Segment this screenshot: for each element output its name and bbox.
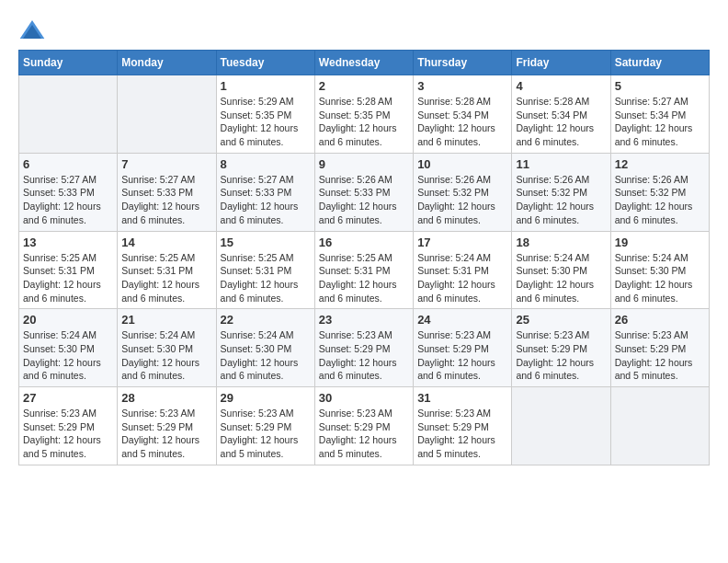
day-number: 6: [23, 157, 113, 171]
calendar-cell: 6Sunrise: 5:27 AM Sunset: 5:33 PM Daylig…: [19, 153, 118, 231]
calendar-cell: 18Sunrise: 5:24 AM Sunset: 5:30 PM Dayli…: [512, 231, 610, 309]
calendar-cell: 20Sunrise: 5:24 AM Sunset: 5:30 PM Dayli…: [19, 309, 118, 387]
day-number: 13: [23, 236, 113, 249]
calendar-cell: [118, 75, 216, 154]
day-info: Sunrise: 5:24 AM Sunset: 5:30 PM Dayligh…: [516, 251, 606, 305]
calendar-cell: 31Sunrise: 5:23 AM Sunset: 5:29 PM Dayli…: [414, 387, 512, 465]
day-number: 15: [221, 236, 311, 249]
calendar-cell: [610, 387, 709, 465]
weekday-header: Monday: [118, 51, 216, 75]
calendar-cell: 3Sunrise: 5:28 AM Sunset: 5:34 PM Daylig…: [414, 75, 512, 154]
day-number: 1: [221, 79, 311, 93]
day-info: Sunrise: 5:23 AM Sunset: 5:29 PM Dayligh…: [319, 407, 409, 461]
calendar-cell: 26Sunrise: 5:23 AM Sunset: 5:29 PM Dayli…: [610, 309, 709, 387]
day-number: 23: [319, 313, 409, 327]
day-number: 20: [23, 313, 113, 327]
calendar-cell: 23Sunrise: 5:23 AM Sunset: 5:29 PM Dayli…: [314, 309, 413, 387]
calendar-cell: 1Sunrise: 5:29 AM Sunset: 5:35 PM Daylig…: [216, 75, 314, 154]
calendar-cell: 5Sunrise: 5:27 AM Sunset: 5:34 PM Daylig…: [610, 75, 709, 154]
calendar-cell: [19, 75, 118, 154]
day-number: 17: [417, 236, 507, 249]
day-info: Sunrise: 5:25 AM Sunset: 5:31 PM Dayligh…: [319, 251, 409, 305]
day-number: 11: [516, 157, 606, 171]
calendar-cell: 22Sunrise: 5:24 AM Sunset: 5:30 PM Dayli…: [216, 309, 314, 387]
day-number: 12: [615, 157, 705, 171]
calendar-cell: 14Sunrise: 5:25 AM Sunset: 5:31 PM Dayli…: [118, 231, 216, 309]
day-info: Sunrise: 5:25 AM Sunset: 5:31 PM Dayligh…: [121, 251, 211, 305]
day-info: Sunrise: 5:26 AM Sunset: 5:32 PM Dayligh…: [516, 173, 606, 227]
day-number: 19: [615, 236, 705, 249]
weekday-header: Wednesday: [314, 51, 413, 75]
calendar-cell: 28Sunrise: 5:23 AM Sunset: 5:29 PM Dayli…: [118, 387, 216, 465]
page-header: [18, 18, 710, 40]
calendar-cell: 25Sunrise: 5:23 AM Sunset: 5:29 PM Dayli…: [512, 309, 610, 387]
day-info: Sunrise: 5:23 AM Sunset: 5:29 PM Dayligh…: [615, 328, 705, 383]
day-info: Sunrise: 5:27 AM Sunset: 5:33 PM Dayligh…: [121, 173, 211, 227]
calendar-cell: 17Sunrise: 5:24 AM Sunset: 5:31 PM Dayli…: [414, 231, 512, 309]
day-info: Sunrise: 5:23 AM Sunset: 5:29 PM Dayligh…: [417, 328, 507, 383]
day-number: 8: [221, 157, 311, 171]
day-info: Sunrise: 5:25 AM Sunset: 5:31 PM Dayligh…: [23, 251, 113, 305]
calendar-week-row: 20Sunrise: 5:24 AM Sunset: 5:30 PM Dayli…: [19, 309, 710, 387]
day-info: Sunrise: 5:24 AM Sunset: 5:30 PM Dayligh…: [121, 328, 211, 383]
day-number: 18: [516, 236, 606, 249]
calendar-week-row: 27Sunrise: 5:23 AM Sunset: 5:29 PM Dayli…: [19, 387, 710, 465]
day-info: Sunrise: 5:26 AM Sunset: 5:33 PM Dayligh…: [319, 173, 409, 227]
day-info: Sunrise: 5:23 AM Sunset: 5:29 PM Dayligh…: [121, 407, 211, 461]
calendar-week-row: 13Sunrise: 5:25 AM Sunset: 5:31 PM Dayli…: [19, 231, 710, 309]
day-info: Sunrise: 5:24 AM Sunset: 5:31 PM Dayligh…: [417, 251, 507, 305]
day-info: Sunrise: 5:25 AM Sunset: 5:31 PM Dayligh…: [221, 251, 311, 305]
day-info: Sunrise: 5:24 AM Sunset: 5:30 PM Dayligh…: [23, 328, 113, 383]
day-number: 16: [319, 236, 409, 249]
day-info: Sunrise: 5:24 AM Sunset: 5:30 PM Dayligh…: [615, 251, 705, 305]
day-number: 5: [615, 79, 705, 93]
calendar-cell: 29Sunrise: 5:23 AM Sunset: 5:29 PM Dayli…: [216, 387, 314, 465]
weekday-header: Friday: [512, 51, 610, 75]
day-info: Sunrise: 5:23 AM Sunset: 5:29 PM Dayligh…: [319, 328, 409, 383]
day-info: Sunrise: 5:28 AM Sunset: 5:34 PM Dayligh…: [516, 95, 606, 149]
calendar-cell: 13Sunrise: 5:25 AM Sunset: 5:31 PM Dayli…: [19, 231, 118, 309]
calendar-cell: 16Sunrise: 5:25 AM Sunset: 5:31 PM Dayli…: [314, 231, 413, 309]
calendar-cell: 4Sunrise: 5:28 AM Sunset: 5:34 PM Daylig…: [512, 75, 610, 154]
day-info: Sunrise: 5:26 AM Sunset: 5:32 PM Dayligh…: [615, 173, 705, 227]
calendar-cell: 9Sunrise: 5:26 AM Sunset: 5:33 PM Daylig…: [314, 153, 413, 231]
day-info: Sunrise: 5:29 AM Sunset: 5:35 PM Dayligh…: [221, 95, 311, 149]
weekday-header: Saturday: [610, 51, 709, 75]
day-info: Sunrise: 5:23 AM Sunset: 5:29 PM Dayligh…: [23, 407, 113, 461]
day-info: Sunrise: 5:27 AM Sunset: 5:34 PM Dayligh…: [615, 95, 705, 149]
day-number: 24: [417, 313, 507, 327]
day-info: Sunrise: 5:27 AM Sunset: 5:33 PM Dayligh…: [221, 173, 311, 227]
day-number: 30: [319, 391, 409, 405]
calendar-cell: [512, 387, 610, 465]
day-number: 26: [615, 313, 705, 327]
day-info: Sunrise: 5:23 AM Sunset: 5:29 PM Dayligh…: [516, 328, 606, 383]
day-info: Sunrise: 5:26 AM Sunset: 5:32 PM Dayligh…: [417, 173, 507, 227]
calendar-cell: 30Sunrise: 5:23 AM Sunset: 5:29 PM Dayli…: [314, 387, 413, 465]
day-number: 31: [417, 391, 507, 405]
day-info: Sunrise: 5:27 AM Sunset: 5:33 PM Dayligh…: [23, 173, 113, 227]
weekday-header: Thursday: [414, 51, 512, 75]
day-number: 14: [121, 236, 211, 249]
calendar-cell: 24Sunrise: 5:23 AM Sunset: 5:29 PM Dayli…: [414, 309, 512, 387]
logo-icon: [18, 18, 46, 40]
calendar-cell: 27Sunrise: 5:23 AM Sunset: 5:29 PM Dayli…: [19, 387, 118, 465]
day-number: 22: [221, 313, 311, 327]
calendar-cell: 15Sunrise: 5:25 AM Sunset: 5:31 PM Dayli…: [216, 231, 314, 309]
day-number: 3: [417, 79, 507, 93]
logo: [18, 18, 50, 40]
day-number: 29: [221, 391, 311, 405]
calendar-cell: 10Sunrise: 5:26 AM Sunset: 5:32 PM Dayli…: [414, 153, 512, 231]
day-number: 4: [516, 79, 606, 93]
calendar-table: SundayMondayTuesdayWednesdayThursdayFrid…: [18, 50, 710, 465]
weekday-header: Sunday: [19, 51, 118, 75]
day-number: 2: [319, 79, 409, 93]
day-number: 7: [121, 157, 211, 171]
day-number: 27: [23, 391, 113, 405]
calendar-cell: 8Sunrise: 5:27 AM Sunset: 5:33 PM Daylig…: [216, 153, 314, 231]
day-info: Sunrise: 5:28 AM Sunset: 5:35 PM Dayligh…: [319, 95, 409, 149]
day-number: 28: [121, 391, 211, 405]
day-info: Sunrise: 5:23 AM Sunset: 5:29 PM Dayligh…: [417, 407, 507, 461]
day-info: Sunrise: 5:23 AM Sunset: 5:29 PM Dayligh…: [221, 407, 311, 461]
day-info: Sunrise: 5:24 AM Sunset: 5:30 PM Dayligh…: [221, 328, 311, 383]
calendar-week-row: 1Sunrise: 5:29 AM Sunset: 5:35 PM Daylig…: [19, 75, 710, 154]
